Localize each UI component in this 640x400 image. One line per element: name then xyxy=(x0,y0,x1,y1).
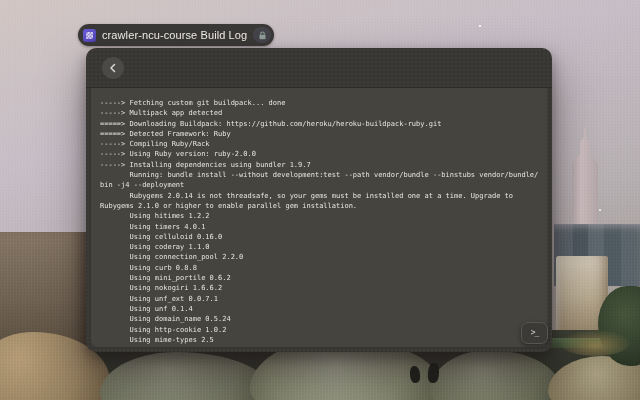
build-log-window: -----> Fetching custom git buildpack... … xyxy=(86,48,552,352)
terminal-prompt-icon: >_ xyxy=(531,329,539,337)
window-title: crawler-ncu-course Build Log xyxy=(102,30,247,41)
chevron-left-icon xyxy=(108,63,118,73)
grass-tuft xyxy=(560,330,630,356)
build-log-terminal[interactable]: -----> Fetching custom git buildpack... … xyxy=(91,88,547,347)
build-log-output: -----> Fetching custom git buildpack... … xyxy=(91,88,547,347)
lock-icon xyxy=(253,27,271,43)
app-favicon-icon xyxy=(83,29,96,42)
open-terminal-button[interactable]: >_ xyxy=(521,322,548,344)
window-title-pill[interactable]: crawler-ncu-course Build Log xyxy=(78,24,274,46)
window-header xyxy=(86,48,552,88)
back-button[interactable] xyxy=(102,57,124,79)
